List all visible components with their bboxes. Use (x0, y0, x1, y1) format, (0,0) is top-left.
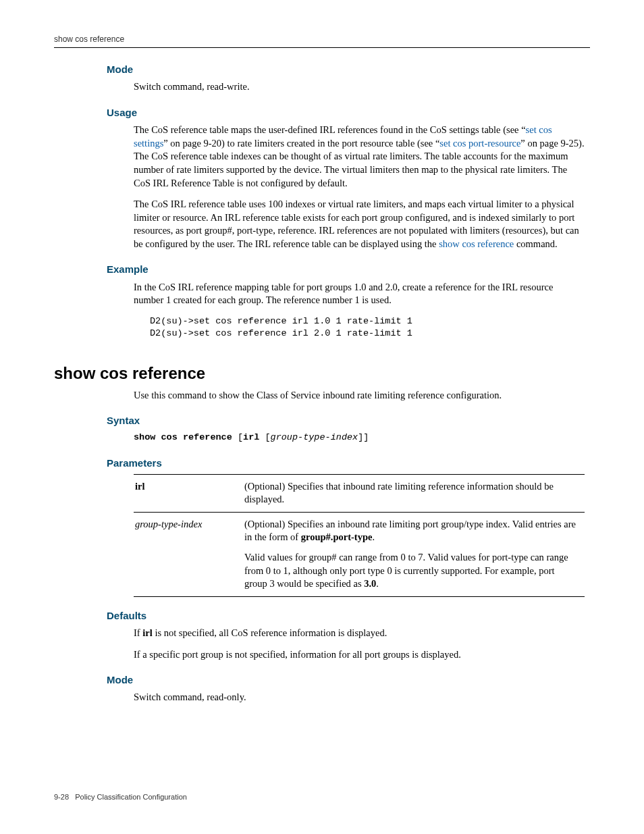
example-intro: In the CoS IRL reference mapping table f… (134, 281, 585, 307)
text-span: . (376, 578, 379, 589)
text-span: Valid values for group# can range from 0… (244, 552, 568, 589)
heading-parameters: Parameters (107, 457, 590, 470)
running-head: show cos reference (54, 34, 590, 48)
page-footer: 9-28 Policy Classification Configuration (54, 792, 590, 802)
param-name-cell: irl (134, 474, 243, 512)
text-bold: 3.0 (364, 578, 376, 589)
page-number: 9-28 (54, 793, 69, 801)
link-set-cos-port-resource[interactable]: set cos port-resource (439, 138, 520, 149)
defaults-p1: If irl is not specified, all CoS referen… (134, 627, 585, 640)
mode-text-1: Switch command, read-write. (134, 80, 585, 94)
param-name: irl (135, 481, 145, 492)
text-span: command. (514, 238, 557, 249)
usage-paragraph-1: The CoS reference table maps the user-de… (134, 124, 585, 190)
mode-text-2: Switch command, read-only. (134, 691, 585, 704)
param-desc-cell: (Optional) Specifies that inbound rate l… (243, 474, 585, 512)
syntax-cmd: show cos reference (134, 432, 238, 442)
usage-paragraph-2: The CoS IRL reference table uses 100 ind… (134, 198, 585, 251)
heading-example: Example (107, 263, 590, 276)
heading-usage: Usage (107, 106, 590, 120)
command-intro: Use this command to show the Class of Se… (134, 389, 585, 402)
command-title: show cos reference (54, 363, 590, 384)
param-desc-cell: (Optional) Specifies an inbound rate lim… (243, 512, 585, 596)
defaults-p2: If a specific port group is not specifie… (134, 648, 585, 662)
text-span: (Optional) Specifies an inbound rate lim… (244, 519, 576, 543)
parameters-table: irl (Optional) Specifies that inbound ra… (134, 474, 585, 597)
param-name: group-type-index (135, 519, 202, 529)
syntax-keyword-irl: irl (243, 432, 265, 442)
table-row: group-type-index (Optional) Specifies an… (134, 512, 585, 596)
syntax-line: show cos reference [irl [group-type-inde… (134, 432, 585, 444)
text-span: is not specified, all CoS reference info… (153, 627, 387, 638)
text-span: The CoS reference table maps the user-de… (134, 124, 526, 135)
text-span: If (134, 627, 142, 638)
heading-mode-2: Mode (107, 673, 590, 687)
heading-mode-1: Mode (107, 63, 590, 76)
heading-syntax: Syntax (107, 414, 590, 427)
syntax-arg: group-type-index (271, 432, 358, 442)
example-code-block: D2(su)->set cos reference irl 1.0 1 rate… (150, 315, 585, 340)
text-span: . (372, 531, 375, 542)
text-bold: irl (142, 627, 153, 638)
text-span: ” on page 9-20) to rate limiters created… (163, 138, 439, 149)
text-bold: group#.port-type (301, 531, 373, 542)
chapter-name: Policy Classification Configuration (75, 793, 187, 801)
table-row: irl (Optional) Specifies that inbound ra… (134, 474, 585, 512)
link-show-cos-reference[interactable]: show cos reference (439, 238, 514, 249)
param-name-cell: group-type-index (134, 512, 243, 596)
heading-defaults: Defaults (107, 609, 590, 623)
